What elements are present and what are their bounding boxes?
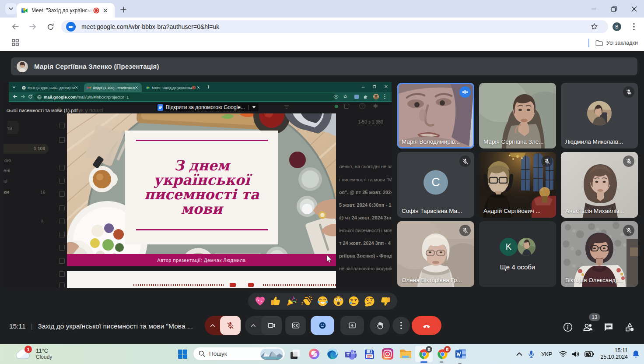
gmail-snippet[interactable]: інської писемності і мов (339, 228, 392, 233)
teams-button[interactable] (344, 347, 357, 360)
wifi-icon[interactable] (559, 351, 567, 357)
task-view-button[interactable] (288, 347, 301, 360)
inner-profile-avatar[interactable] (373, 94, 379, 99)
present-button[interactable] (340, 316, 364, 335)
participant-tile[interactable]: Андрій Сергійович ... (479, 152, 556, 218)
gmail-snippet[interactable]: не заплановано жодних (339, 266, 392, 271)
reactions-button[interactable] (311, 316, 334, 335)
gmail-sidebar-item[interactable]: ені (4, 168, 10, 173)
forward-button[interactable] (27, 21, 38, 32)
gmail-sidebar-item[interactable]: ки (4, 189, 9, 194)
gmail-row-checkbox[interactable] (59, 283, 65, 288)
gmail-row-checkbox[interactable] (59, 258, 65, 264)
inner-back-icon[interactable] (13, 94, 18, 99)
inner-star-icon[interactable] (343, 94, 348, 99)
gmail-row-checkbox[interactable] (59, 205, 65, 211)
back-button[interactable] (10, 21, 21, 32)
gmail-row-checkbox[interactable] (59, 178, 65, 184)
gmail-filter-icon[interactable] (284, 104, 290, 110)
participant-tile[interactable]: Людмила Миколаїв... (561, 83, 638, 148)
inner-address-bar[interactable]: mail.google.com/mail/u/0/#inbox?projecto… (34, 93, 336, 101)
inner-tab-meet[interactable]: Meet: "Захід до українсько (144, 83, 203, 92)
chrome-button-active[interactable]: B (417, 347, 430, 360)
gmail-row-checkbox[interactable] (59, 245, 65, 251)
notification-bell-icon[interactable] (632, 350, 640, 358)
inner-menu-icon[interactable] (384, 94, 385, 99)
inner-forward-icon[interactable] (21, 94, 25, 99)
gmail-settings-icon[interactable] (372, 103, 378, 109)
tray-mic-icon[interactable] (528, 350, 534, 358)
inner-extension-icon[interactable] (363, 94, 368, 99)
inner-close-icon[interactable] (384, 85, 388, 88)
gmail-snippet[interactable]: т 24 жовт. 2024 3пп - 4 (339, 240, 392, 246)
gmail-snippet[interactable]: ргіївна Зленко) - Фондо (339, 253, 392, 258)
floppy-app-button[interactable] (363, 347, 376, 360)
astonished-reaction[interactable] (332, 295, 344, 307)
gmail-row-checkbox[interactable] (59, 123, 65, 128)
new-tab-button[interactable] (117, 4, 130, 16)
mic-options-chevron-icon[interactable] (210, 324, 215, 327)
end-call-button[interactable] (412, 316, 441, 335)
tray-language[interactable]: УКР (541, 351, 552, 357)
inner-tab-gmail[interactable]: Вхідні (1 100) - mszlenko.fulkm (84, 83, 142, 92)
apps-grid-icon[interactable] (11, 39, 19, 48)
open-with-button[interactable]: Відкрити за допомогою Google... (156, 103, 259, 111)
mic-toggle-button[interactable] (220, 316, 241, 335)
chat-button[interactable] (603, 322, 614, 334)
gmail-row-checkbox[interactable] (59, 219, 65, 224)
people-button[interactable] (582, 322, 594, 334)
browser-menu-button[interactable] (630, 21, 637, 32)
inner-tab-close-icon[interactable] (197, 86, 200, 89)
thumbs-down-reaction[interactable] (379, 295, 391, 307)
bookmark-star-button[interactable] (590, 22, 598, 32)
tab-close-icon[interactable] (102, 7, 108, 14)
tray-clock[interactable]: 15:11 25.10.2024 (600, 347, 628, 360)
gmail-row-checkbox[interactable] (59, 232, 65, 237)
gmail-snippet[interactable]: ї писемності та мови "М (339, 177, 392, 182)
camera-in-use-chip[interactable] (66, 22, 76, 32)
camera-options-chevron-icon[interactable] (251, 324, 256, 327)
gmail-sidebar-item[interactable]: ою (4, 158, 11, 163)
inner-new-tab-icon[interactable] (206, 85, 210, 89)
crying-reaction[interactable] (348, 295, 360, 307)
activities-button[interactable] (624, 322, 635, 334)
file-explorer-button[interactable] (399, 347, 412, 360)
gmail-snippet[interactable]: ленко, на сьогодні не за (339, 164, 392, 169)
participant-tile[interactable]: Марія Сергіївна Зле... (479, 83, 556, 148)
meeting-details-button[interactable] (563, 322, 573, 334)
weather-widget[interactable]: 1 11°C Cloudy (16, 346, 52, 361)
gmail-row-checkbox[interactable] (59, 271, 65, 277)
party-popper-reaction[interactable] (286, 295, 298, 307)
copilot-button[interactable] (308, 347, 321, 360)
gmail-snippet[interactable]: 5 жовт. 2024 6:30пп - 1 (339, 202, 392, 208)
word-button[interactable] (455, 347, 468, 360)
joy-reaction[interactable] (317, 295, 329, 307)
chrome-button-secondary[interactable]: B (436, 347, 449, 360)
participant-tile[interactable]: Марія Володимирів... (397, 83, 474, 148)
window-close-button[interactable] (624, 0, 644, 18)
inner-restore-icon[interactable] (373, 85, 376, 88)
inner-translate-icon[interactable] (354, 95, 359, 99)
battery-icon[interactable] (584, 351, 594, 357)
gmail-row-checkbox[interactable] (59, 191, 65, 197)
profile-avatar[interactable]: B (612, 22, 621, 31)
participant-tile-more[interactable]: K Ще 4 особи (479, 221, 556, 287)
all-bookmarks[interactable]: Усі закладки (588, 39, 638, 47)
gmail-sidebar-item[interactable]: ні (4, 178, 7, 184)
reload-button[interactable] (45, 21, 56, 32)
thinking-reaction[interactable] (364, 295, 375, 307)
tab-search-button[interactable] (5, 3, 17, 14)
window-minimize-button[interactable] (584, 0, 604, 18)
inner-tab-close-icon[interactable] (75, 86, 78, 89)
inner-reload-icon[interactable] (28, 94, 33, 99)
gmail-snippet[interactable]: оя". @ пт 25 жовт. 2024 (339, 190, 392, 195)
inner-preview-icon[interactable] (333, 95, 339, 99)
browser-tab-meet[interactable]: Meet: "Захід до українсько (17, 3, 115, 18)
gmail-row-checkbox[interactable] (59, 137, 65, 143)
inner-tab-close-icon[interactable] (135, 86, 138, 89)
instagram-button[interactable] (381, 347, 394, 360)
volume-icon[interactable] (572, 351, 580, 357)
window-restore-button[interactable] (604, 0, 624, 18)
camera-toggle-button[interactable] (261, 316, 282, 335)
sparkling-heart-reaction[interactable] (254, 295, 266, 307)
